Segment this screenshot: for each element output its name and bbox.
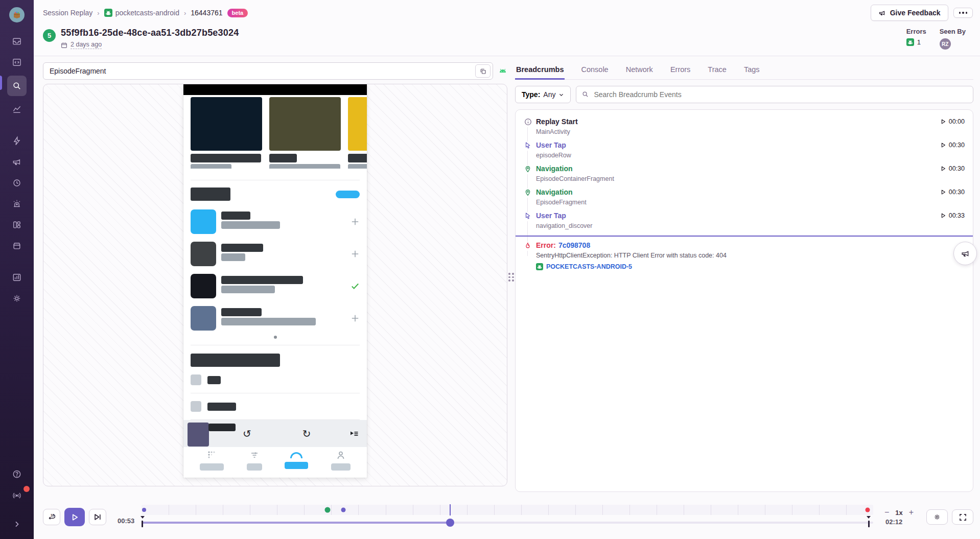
sidebar-item-settings[interactable] (7, 291, 27, 306)
timeline-scrubber[interactable] (142, 516, 873, 529)
sidebar-item-history[interactable] (7, 175, 27, 191)
replay-dom-search-input[interactable] (43, 62, 493, 80)
floating-feedback-button[interactable] (953, 242, 977, 265)
replay-viewport: ↺ ↻ (183, 84, 367, 478)
gear-icon (933, 513, 941, 521)
org-avatar[interactable] (9, 7, 25, 22)
play-button[interactable] (64, 508, 85, 526)
jump-to-time-button[interactable]: 00:00 (940, 118, 965, 125)
breadcrumb-project[interactable]: pocketcasts-android (104, 9, 179, 17)
timeline-event-dot[interactable] (341, 508, 346, 512)
discover-arc-icon (290, 452, 302, 458)
type-filter-dropdown[interactable]: Type: Any (515, 86, 571, 103)
error-id-link[interactable]: 7c098708 (558, 241, 590, 249)
breadcrumb-item-tap[interactable]: User Tap00:30episodeRow (516, 136, 973, 160)
timeline-tick (684, 505, 684, 515)
timeline-strip[interactable] (142, 505, 873, 515)
timeline-playhead (450, 504, 451, 515)
fullscreen-button[interactable] (952, 509, 973, 525)
panel-resize-handle[interactable] (507, 62, 515, 492)
timeline-tick (494, 505, 495, 515)
page-header: Session Replay › pocketcasts-android › 1… (34, 0, 980, 56)
breadcrumb-item-nav[interactable]: Navigation00:30EpisodeFragment (516, 183, 973, 207)
breadcrumb-filter-row: Type: Any (515, 86, 973, 103)
replay-meta: Errors 1 Seen By RZ (906, 28, 973, 50)
breadcrumb-item-description: episodeRow (536, 152, 965, 159)
speed-increase-button[interactable]: + (909, 508, 914, 517)
replay-title-row: 5 55f9fb16-25de-48ce-aa51-3db27b5e3024 2… (43, 26, 973, 56)
timeline-event-dot[interactable] (324, 507, 330, 513)
breadcrumb-search-input[interactable] (576, 86, 973, 103)
history-clock-icon (12, 178, 22, 188)
timeline-tick (629, 505, 630, 515)
jump-to-time-button[interactable]: 00:33 (940, 212, 965, 219)
jump-to-time-button[interactable]: 00:30 (940, 142, 965, 149)
jump-to-time-button[interactable]: 00:30 (940, 189, 965, 196)
android-icon (498, 66, 507, 76)
sidebar-item-stats[interactable] (7, 270, 27, 285)
sidebar (0, 0, 34, 539)
tab-breadcrumbs[interactable]: Breadcrumbs (515, 62, 565, 80)
breadcrumb: Session Replay › pocketcasts-android › 1… (43, 0, 973, 26)
jump-to-time-button[interactable]: 00:30 (940, 165, 965, 172)
tab-console[interactable]: Console (580, 62, 609, 80)
tab-errors[interactable]: Errors (669, 62, 691, 80)
scrubber-handle[interactable] (446, 519, 454, 527)
sidebar-item-alerts[interactable] (7, 133, 27, 149)
breadcrumb-item-error[interactable]: Error:7c098708SentryHttpClientException:… (516, 237, 973, 271)
sidebar-item-whats-new[interactable] (7, 488, 27, 503)
sidebar-item-issues[interactable] (7, 34, 27, 49)
timeline-event-dot[interactable] (865, 508, 870, 512)
sidebar-item-layout[interactable] (7, 217, 27, 232)
tab-trace[interactable]: Trace (707, 62, 728, 80)
duration-label: 02:12 (884, 518, 917, 526)
sidebar-item-archive[interactable] (7, 238, 27, 253)
speed-value[interactable]: 1x (895, 509, 902, 517)
beta-badge: beta (227, 9, 248, 17)
sidebar-item-projects[interactable] (7, 55, 27, 70)
replay-viewer[interactable]: ↺ ↻ (43, 84, 507, 486)
check-icon (351, 282, 360, 291)
sidebar-item-dashboards[interactable] (7, 102, 27, 117)
code-folder-icon (12, 57, 22, 67)
timeline-tick (792, 505, 792, 515)
plus-icon (351, 217, 360, 226)
skip-end-icon (94, 513, 102, 521)
plus-icon (351, 314, 360, 323)
tab-network[interactable]: Network (625, 62, 654, 80)
breadcrumb-item-nav[interactable]: Navigation00:30EpisodeContainerFragment (516, 160, 973, 183)
skip-to-end-button[interactable] (89, 509, 106, 525)
mini-player: ↺ ↻ (183, 420, 367, 447)
breadcrumb-item-tap[interactable]: User Tap00:33navigation_discover (516, 207, 973, 230)
replay-timeline[interactable] (142, 505, 873, 529)
fire-icon (524, 242, 532, 251)
ellipsis-icon (959, 12, 968, 14)
error-project-link[interactable]: POCKETCASTS-ANDROID-5 (536, 263, 965, 270)
sidebar-item-crons[interactable] (7, 196, 27, 212)
timeline-tick (467, 505, 468, 515)
give-feedback-button[interactable]: Give Feedback (871, 5, 948, 21)
scrubber-progress (142, 522, 450, 524)
breadcrumb-item-info[interactable]: Replay Start00:00MainActivity (516, 113, 973, 136)
broadcast-icon (12, 490, 22, 501)
timeline-event-dot[interactable] (142, 508, 146, 512)
timeline-tick (440, 505, 440, 515)
tab-tags[interactable]: Tags (743, 62, 761, 80)
sidebar-item-feedback[interactable] (7, 154, 27, 170)
info-icon (524, 118, 532, 127)
sidebar-collapse-toggle[interactable] (7, 517, 27, 532)
player-settings-button[interactable] (926, 509, 948, 525)
timeline-tick (846, 505, 847, 515)
sidebar-item-help[interactable] (7, 466, 27, 482)
copy-button[interactable] (475, 64, 491, 78)
breadcrumb-session-replay[interactable]: Session Replay (43, 9, 92, 17)
timeline-tick (277, 505, 277, 515)
more-options-button[interactable] (953, 8, 973, 18)
lightning-icon (12, 136, 22, 146)
skip-forward-icon: ↻ (302, 429, 311, 439)
sidebar-item-explore[interactable] (7, 76, 27, 96)
rewind-10-button[interactable]: 10 (43, 509, 60, 525)
speed-decrease-button[interactable]: − (884, 508, 889, 517)
grip-dots-icon (508, 273, 514, 282)
timeline-tick (575, 505, 576, 515)
